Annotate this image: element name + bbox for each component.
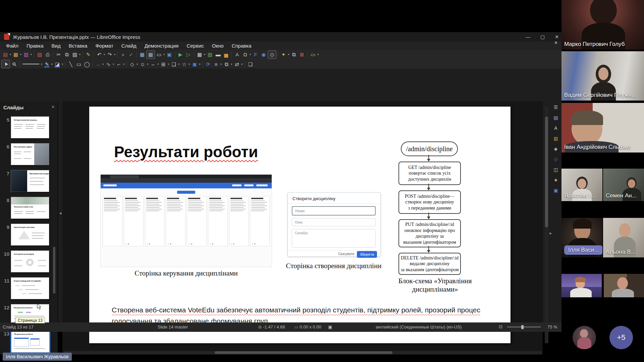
align-icon[interactable]: ≡: [212, 60, 220, 68]
start-current-slide-icon[interactable]: ▷: [184, 51, 193, 59]
flowchart-shapes-icon[interactable]: ⊞: [159, 60, 167, 68]
participant-tile-speaking[interactable]: Ілля Васи...: [561, 218, 602, 257]
master-slide-status[interactable]: Slide 14 master: [158, 324, 188, 329]
open-icon[interactable]: ▦: [12, 51, 20, 59]
styles-icon[interactable]: A: [551, 124, 560, 132]
participant-tile[interactable]: Семен Ан...: [603, 169, 644, 201]
navigator-icon[interactable]: ◈: [551, 145, 560, 153]
slide-properties-icon[interactable]: ▭: [309, 51, 317, 59]
participant-tile[interactable]: Марко Петрович Голуб: [561, 0, 644, 50]
save-icon[interactable]: ▥: [22, 51, 30, 59]
line-color-icon[interactable]: ✎: [43, 60, 51, 68]
menu-tools[interactable]: Сервис: [182, 42, 208, 49]
sidebar-collapse-arrow[interactable]: ▶: [549, 220, 553, 247]
arrange-icon[interactable]: ⧉: [222, 60, 230, 68]
language-status[interactable]: английский (Соединенные Штаты) (en-US): [376, 324, 462, 329]
zoom-level[interactable]: 75 %: [547, 324, 557, 329]
spelling-icon[interactable]: ✓: [127, 51, 135, 59]
menu-format[interactable]: Формат: [91, 42, 117, 49]
shapes-icon[interactable]: ◇: [551, 155, 560, 163]
print-icon[interactable]: ⎙: [44, 51, 52, 59]
display-views-icon[interactable]: ▭: [155, 51, 163, 59]
fit-slide-icon[interactable]: ⊡: [499, 324, 502, 329]
participant-tile[interactable]: Нікіта Анд...: [561, 274, 602, 297]
hyperlink-icon[interactable]: ◉: [260, 51, 268, 59]
start-first-slide-icon[interactable]: ▶: [176, 51, 184, 59]
slide-thumbnail-10[interactable]: 10 Алгоритм розподілу: [0, 250, 54, 273]
properties-icon[interactable]: ▤: [551, 114, 560, 122]
copy-icon[interactable]: ⧉: [63, 51, 71, 59]
participant-avatar[interactable]: [573, 326, 596, 349]
rectangle-icon[interactable]: ▭: [75, 60, 83, 68]
panel-collapse-arrow[interactable]: ◀: [58, 200, 62, 227]
connector-icon[interactable]: ⌐: [115, 60, 123, 68]
block-arrows-icon[interactable]: ⇔: [149, 60, 157, 68]
cut-icon[interactable]: ✂: [55, 51, 63, 59]
slides-panel-scrollbar[interactable]: [53, 247, 55, 294]
insert-media-icon[interactable]: ▬: [214, 51, 222, 59]
snap-to-grid-icon[interactable]: ▦: [146, 50, 155, 59]
shadow-icon[interactable]: ❏: [246, 60, 254, 68]
vertical-scrollbar[interactable]: [545, 107, 548, 343]
basic-shapes-icon[interactable]: ◇: [128, 60, 136, 68]
undo-icon[interactable]: ↶: [95, 51, 103, 59]
horizontal-scrollbar[interactable]: [64, 351, 542, 354]
show-draw-functions-icon[interactable]: ◇: [268, 50, 276, 59]
participant-tile[interactable]: Вадим Сергійович Плужн...: [561, 51, 644, 101]
zoom-slider-thumb[interactable]: [521, 325, 524, 329]
menu-insert[interactable]: Вставка: [65, 42, 92, 49]
slides-panel-close-icon[interactable]: ✕: [51, 105, 55, 109]
menu-file[interactable]: Файл: [2, 42, 22, 49]
menu-window[interactable]: Окно: [208, 42, 228, 49]
rotate-icon[interactable]: ⟳: [204, 60, 212, 68]
master-slides-icon[interactable]: ▣: [551, 186, 560, 194]
slide-thumbnail-5[interactable]: 5 Огляд існуючих рішень: [0, 116, 54, 138]
insert-image-icon[interactable]: ▨: [206, 51, 214, 59]
fontwork-icon[interactable]: F: [252, 51, 260, 59]
menu-view[interactable]: Вид: [48, 42, 65, 49]
delete-slide-icon[interactable]: ⊠: [298, 51, 306, 59]
menu-help[interactable]: Справка: [228, 42, 256, 49]
redo-icon[interactable]: ↷: [106, 51, 114, 59]
find-replace-icon[interactable]: ⌕: [119, 51, 127, 59]
distribute-icon[interactable]: ⇄: [233, 60, 241, 68]
slide-thumbnail-6[interactable]: 6 Постановка задачі: [0, 143, 54, 165]
insert-line-icon[interactable]: ╲: [67, 60, 75, 68]
insert-table-icon[interactable]: ▦: [196, 51, 204, 59]
participant-tile[interactable]: Іван Андрійович Сльозко: [561, 103, 644, 153]
minimize-button[interactable]: —: [526, 34, 530, 40]
duplicate-slide-icon[interactable]: ⧉: [290, 51, 298, 59]
overlay-close-icon[interactable]: ✕: [554, 40, 558, 45]
symbol-shapes-icon[interactable]: ☺: [139, 60, 147, 68]
close-button[interactable]: ✕: [555, 34, 559, 40]
gallery-icon[interactable]: ▨: [551, 134, 560, 142]
sidebar-settings-icon[interactable]: ☰: [551, 103, 560, 111]
new-presentation-icon[interactable]: ▤: [1, 51, 9, 59]
curve-icon[interactable]: ∿: [104, 60, 112, 68]
zoom-slider[interactable]: [507, 326, 541, 327]
animation-icon[interactable]: ★: [551, 176, 560, 184]
participant-tile[interactable]: Ярослав І...: [561, 169, 602, 201]
slide-thumbnail-9[interactable]: 9 Архітектура системи: [0, 224, 54, 246]
zoom-pan-icon[interactable]: ⚲: [10, 60, 18, 68]
slide-transition-icon[interactable]: ◫: [551, 166, 560, 174]
3d-objects-icon[interactable]: ◼: [191, 60, 199, 68]
slide-thumbnail-7[interactable]: 7 Математична модель: [0, 170, 54, 192]
maximize-button[interactable]: ▢: [540, 34, 545, 40]
master-slide-icon[interactable]: ▣: [165, 51, 173, 59]
new-slide-icon[interactable]: ✦: [279, 51, 287, 59]
slide-thumbnail-11[interactable]: 11 Користувацький інтерфейс: [0, 277, 54, 299]
menu-slideshow[interactable]: Демонстрация: [141, 42, 183, 49]
ellipse-icon[interactable]: ◯: [83, 60, 91, 68]
special-character-icon[interactable]: Ω: [241, 51, 249, 59]
menu-edit[interactable]: Правка: [22, 42, 48, 49]
paste-icon[interactable]: ▨: [71, 51, 79, 59]
lines-arrows-icon[interactable]: →: [94, 60, 102, 68]
export-pdf-icon[interactable]: ▧: [36, 51, 44, 59]
overflow-participants-badge[interactable]: +5: [609, 326, 633, 349]
callout-shapes-icon[interactable]: ❑: [170, 60, 178, 68]
slide-canvas[interactable]: Результати роботи ✓✗✓✗✓✗✓✗✓✗✓✗✓✗ Сторінк…: [89, 107, 511, 343]
insert-textbox-icon[interactable]: A: [233, 51, 241, 59]
select-icon[interactable]: ➤: [1, 60, 10, 68]
slide-thumbnail-8[interactable]: 8 Технологічний стек: [0, 197, 54, 219]
